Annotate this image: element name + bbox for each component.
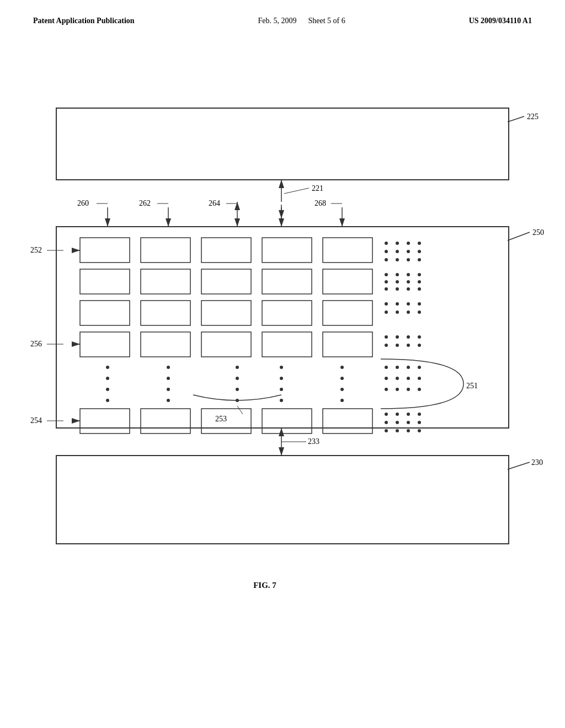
svg-point-118 <box>167 388 170 391</box>
svg-rect-72 <box>262 301 312 325</box>
svg-rect-160 <box>56 456 509 544</box>
svg-point-107 <box>418 366 421 369</box>
svg-line-7 <box>284 188 309 194</box>
svg-point-130 <box>167 399 170 402</box>
svg-text:252: 252 <box>30 246 42 254</box>
svg-rect-33 <box>201 238 251 263</box>
svg-point-115 <box>407 377 410 380</box>
svg-rect-69 <box>80 301 130 325</box>
svg-point-111 <box>280 377 283 380</box>
svg-marker-23 <box>279 218 284 227</box>
svg-point-60 <box>418 273 421 276</box>
svg-point-123 <box>396 388 399 391</box>
svg-rect-53 <box>141 269 190 294</box>
svg-marker-14 <box>166 218 171 227</box>
svg-point-125 <box>418 388 421 391</box>
svg-line-127 <box>237 406 243 414</box>
svg-point-74 <box>385 302 388 306</box>
header-right: US 2009/034110 A1 <box>469 17 532 25</box>
svg-rect-137 <box>262 409 312 433</box>
svg-point-63 <box>407 280 410 283</box>
svg-point-133 <box>340 399 344 402</box>
svg-rect-54 <box>201 269 251 294</box>
svg-rect-73 <box>323 301 372 325</box>
svg-point-131 <box>236 399 239 402</box>
patent-diagram: 225 221 260 262 264 268 <box>0 31 565 704</box>
svg-point-146 <box>418 421 421 424</box>
header-date: Feb. 5, 2009 <box>258 17 296 25</box>
svg-text:250: 250 <box>532 228 544 237</box>
svg-text:254: 254 <box>30 416 42 425</box>
svg-text:225: 225 <box>527 113 539 121</box>
svg-point-88 <box>396 335 399 339</box>
svg-point-46 <box>407 258 410 261</box>
svg-point-76 <box>407 302 410 306</box>
svg-point-44 <box>385 258 388 261</box>
svg-point-47 <box>418 258 421 261</box>
svg-point-102 <box>280 366 283 369</box>
svg-point-116 <box>418 377 421 380</box>
svg-point-112 <box>340 377 344 380</box>
svg-point-43 <box>418 250 421 253</box>
svg-point-61 <box>385 280 388 283</box>
svg-point-81 <box>418 311 421 314</box>
svg-point-90 <box>418 335 421 339</box>
svg-point-109 <box>167 377 170 380</box>
svg-rect-56 <box>323 269 372 294</box>
svg-point-108 <box>106 377 109 380</box>
svg-text:268: 268 <box>315 199 326 207</box>
svg-text:260: 260 <box>77 199 89 207</box>
svg-rect-82 <box>80 332 130 357</box>
svg-point-142 <box>418 413 421 416</box>
svg-point-41 <box>396 250 399 253</box>
svg-point-106 <box>407 366 410 369</box>
svg-point-101 <box>236 366 239 369</box>
svg-point-58 <box>396 273 399 276</box>
svg-point-62 <box>396 280 399 283</box>
svg-rect-32 <box>141 238 190 263</box>
svg-point-36 <box>385 242 388 245</box>
svg-point-132 <box>280 399 283 402</box>
svg-text:251: 251 <box>466 382 478 390</box>
svg-marker-18 <box>234 202 240 210</box>
svg-rect-71 <box>201 301 251 325</box>
svg-text:264: 264 <box>209 199 220 207</box>
svg-point-110 <box>236 377 239 380</box>
svg-text:FIG. 7: FIG. 7 <box>253 581 276 590</box>
header-left: Patent Application Publication <box>33 17 135 25</box>
svg-rect-0 <box>56 108 509 180</box>
svg-text:256: 256 <box>30 340 42 348</box>
svg-point-80 <box>407 311 410 314</box>
svg-point-147 <box>385 429 388 432</box>
svg-point-122 <box>385 388 388 391</box>
svg-rect-135 <box>141 409 190 433</box>
svg-text:221: 221 <box>312 184 323 192</box>
svg-point-103 <box>340 366 344 369</box>
svg-point-143 <box>385 421 388 424</box>
svg-point-78 <box>385 311 388 314</box>
svg-point-40 <box>385 250 388 253</box>
svg-rect-138 <box>323 409 372 433</box>
svg-marker-157 <box>279 447 284 456</box>
svg-text:253: 253 <box>215 415 227 423</box>
svg-rect-85 <box>262 332 312 357</box>
svg-point-149 <box>407 429 410 432</box>
svg-point-105 <box>396 366 399 369</box>
svg-marker-96 <box>72 341 80 347</box>
svg-marker-10 <box>105 218 110 227</box>
svg-point-141 <box>407 413 410 416</box>
svg-marker-4 <box>279 180 284 188</box>
svg-point-39 <box>418 242 421 245</box>
svg-point-64 <box>418 280 421 283</box>
svg-point-150 <box>418 429 421 432</box>
svg-point-140 <box>396 413 399 416</box>
svg-point-100 <box>167 366 170 369</box>
svg-point-87 <box>385 335 388 339</box>
svg-rect-34 <box>262 238 312 263</box>
svg-point-68 <box>418 287 421 291</box>
svg-point-67 <box>407 287 410 291</box>
svg-point-79 <box>396 311 399 314</box>
svg-line-29 <box>508 232 530 240</box>
svg-point-45 <box>396 258 399 261</box>
svg-point-66 <box>396 287 399 291</box>
